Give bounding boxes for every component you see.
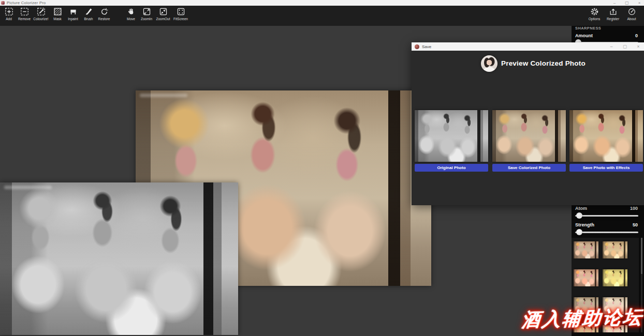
picture-colorizer-window: Picture Colorizer Pro – ▢ × Add Remove [0, 0, 644, 336]
original-photo-thumbnail[interactable] [415, 110, 488, 162]
preset-thumbnail[interactable] [574, 269, 598, 286]
save-dialog-titlebar: Save – ▢ × [412, 42, 644, 51]
restore-button[interactable]: Restore [96, 7, 112, 21]
filter-presets-grid [572, 238, 639, 332]
close-button[interactable]: × [637, 0, 642, 6]
photo-url-watermark [140, 94, 187, 97]
add-button[interactable]: Add [1, 7, 17, 21]
preset-thumbnail[interactable] [574, 297, 598, 314]
zoom-in-expand-icon [142, 7, 151, 16]
about-compass-icon [627, 7, 636, 16]
preset-thumbnail[interactable] [574, 325, 598, 332]
app-icon [1, 1, 5, 5]
dialog-heading: Preview Colorized Photo [501, 59, 586, 67]
gear-icon [590, 7, 599, 16]
save-dialog-body: Preview Colorized Photo Original Photo S… [412, 51, 644, 205]
register-button[interactable]: Register [606, 7, 620, 21]
colourize-pencil-icon [37, 7, 46, 16]
dialog-close-button[interactable]: × [636, 44, 641, 49]
options-button[interactable]: Options [587, 7, 602, 21]
window-title: Picture Colorizer Pro [7, 1, 46, 5]
original-grayscale-photo[interactable] [0, 182, 238, 335]
preset-thumbnail[interactable] [603, 325, 627, 332]
inpaint-stamp-icon [69, 7, 78, 16]
presets-scrollbar[interactable] [641, 238, 642, 332]
remove-button[interactable]: Remove [17, 7, 32, 21]
move-button[interactable]: Move [123, 7, 139, 21]
fit-screen-icon [177, 7, 185, 16]
save-dialog: Save – ▢ × Preview Colorized Photo Origi… [412, 42, 644, 205]
mask-hatched-square-icon [53, 7, 62, 16]
grayscale-photo-image [0, 182, 238, 335]
preset-thumbnail[interactable] [603, 297, 627, 314]
colorized-photo-thumbnail[interactable] [492, 110, 566, 162]
save-photo-with-effects-button[interactable]: Save Photo with Effects [569, 164, 643, 172]
fit-screen-button[interactable]: FitScreen [172, 7, 189, 21]
zoom-out-contract-icon [159, 7, 168, 16]
inpaint-button[interactable]: Inpaint [65, 7, 81, 21]
move-hand-icon [127, 7, 136, 16]
atom-slider[interactable] [575, 212, 638, 219]
add-dashed-plus-icon [5, 7, 13, 16]
zoom-out-button[interactable]: ZoomOut [154, 7, 172, 21]
atom-label: Atom [575, 206, 587, 211]
strength-slider[interactable] [575, 229, 638, 235]
preset-thumbnail[interactable] [603, 241, 627, 258]
dialog-maximize-button[interactable]: ▢ [622, 44, 627, 49]
dialog-minimize-button[interactable]: – [609, 44, 614, 49]
strength-value: 50 [633, 222, 638, 227]
avatar [481, 55, 497, 72]
strength-label: Strength [575, 222, 594, 227]
original-photo-button[interactable]: Original Photo [415, 164, 488, 172]
dialog-title: Save [422, 44, 431, 49]
register-upload-icon [609, 7, 618, 16]
amount-row: Amount 0 [575, 33, 638, 38]
atom-value: 100 [630, 206, 638, 211]
preset-thumbnail[interactable] [603, 269, 627, 286]
photo-url-watermark [4, 186, 52, 189]
zoom-in-button[interactable]: ZoomIn [139, 7, 154, 21]
window-titlebar: Picture Colorizer Pro – ▢ × [0, 0, 644, 6]
dialog-app-icon [415, 44, 419, 49]
sharpness-header: SHARPNESS [575, 26, 601, 30]
strength-slider-handle[interactable] [576, 229, 582, 235]
preset-thumbnail[interactable] [574, 241, 598, 258]
about-button[interactable]: About [624, 7, 639, 21]
mask-button[interactable]: Mask [50, 7, 65, 21]
remove-dashed-minus-icon [20, 7, 29, 16]
atom-slider-handle[interactable] [576, 212, 582, 219]
minimize-button[interactable]: – [612, 0, 617, 6]
effects-photo-thumbnail[interactable] [569, 110, 643, 162]
colourize-button[interactable]: Colourize! [32, 7, 50, 21]
amount-label: Amount [575, 33, 593, 38]
toolbar: Add Remove Colourize! [0, 6, 644, 26]
brush-button[interactable]: Brush [81, 7, 96, 21]
amount-value: 0 [635, 33, 638, 38]
strength-row: Strength 50 [575, 222, 638, 227]
maximize-button[interactable]: ▢ [624, 0, 630, 6]
atom-row: Atom 100 [575, 206, 638, 211]
brush-icon [84, 7, 93, 16]
save-colorized-photo-button[interactable]: Save Colorized Photo [492, 164, 566, 172]
restore-undo-icon [100, 7, 109, 16]
